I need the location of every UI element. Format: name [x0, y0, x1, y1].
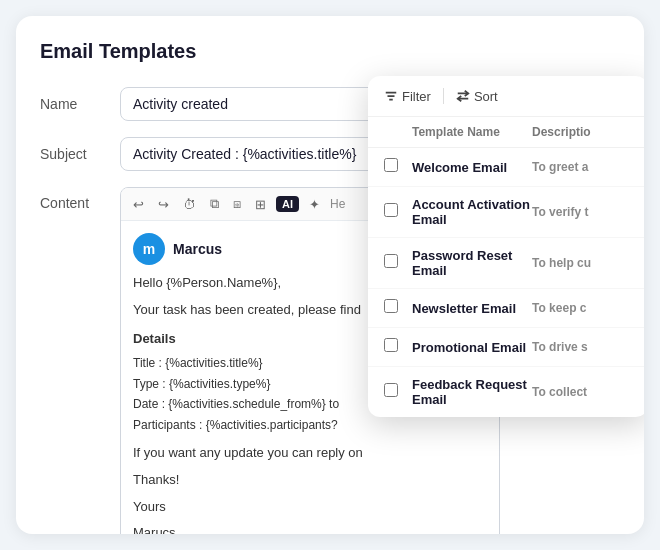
table-header: Template Name Descriptio: [368, 117, 644, 148]
row-template-name-4: Promotional Email: [412, 340, 532, 355]
editor-update: If you want any update you can reply on: [133, 443, 487, 464]
detail-participants: Participants : {%activities.participants…: [133, 415, 487, 435]
table-row[interactable]: Promotional Email To drive s: [368, 328, 644, 367]
ai-button[interactable]: AI: [276, 196, 299, 212]
he-label: He: [330, 197, 345, 211]
magic-button[interactable]: ✦: [305, 195, 324, 214]
editor-thanks: Thanks!: [133, 470, 487, 491]
table-row[interactable]: Newsletter Email To keep c: [368, 289, 644, 328]
avatar: m: [133, 233, 165, 265]
page-title: Email Templates: [40, 40, 620, 63]
panel-actions: Filter Sort: [384, 88, 498, 104]
row-template-name-3: Newsletter Email: [412, 301, 532, 316]
template-list: Welcome Email To greet a Account Activat…: [368, 148, 644, 417]
row-checkbox-4[interactable]: [384, 338, 412, 356]
format-button[interactable]: ⊞: [251, 195, 270, 214]
avatar-name: Marcus: [173, 238, 222, 260]
row-description-3: To keep c: [532, 301, 632, 315]
row-checkbox-5[interactable]: [384, 383, 412, 401]
filter-icon: [384, 89, 398, 103]
row-checkbox-2[interactable]: [384, 254, 412, 272]
row-description-0: To greet a: [532, 160, 632, 174]
divider: [443, 88, 444, 104]
row-template-name-1: Account Activation Email: [412, 197, 532, 227]
row-template-name-2: Password Reset Email: [412, 248, 532, 278]
row-description-2: To help cu: [532, 256, 632, 270]
editor-name: Marucs: [133, 523, 487, 534]
row-template-name-5: Feedback Request Email: [412, 377, 532, 407]
sort-button[interactable]: Sort: [456, 88, 498, 104]
overlay-panel: Filter Sort Template Name Descriptio: [368, 76, 644, 417]
row-description-4: To drive s: [532, 340, 632, 354]
subject-label: Subject: [40, 146, 120, 162]
table-row[interactable]: Welcome Email To greet a: [368, 148, 644, 187]
main-container: Email Templates Name Subject Content ↩ ↪…: [16, 16, 644, 534]
redo-button[interactable]: ↪: [154, 195, 173, 214]
row-checkbox-3[interactable]: [384, 299, 412, 317]
filter-button[interactable]: Filter: [384, 88, 431, 104]
description-header: Descriptio: [532, 125, 632, 139]
table-row[interactable]: Feedback Request Email To collect: [368, 367, 644, 417]
row-checkbox-1[interactable]: [384, 203, 412, 221]
row-description-5: To collect: [532, 385, 632, 399]
row-template-name-0: Welcome Email: [412, 160, 532, 175]
paste-button[interactable]: ⧆: [229, 194, 245, 214]
table-row[interactable]: Account Activation Email To verify t: [368, 187, 644, 238]
content-label: Content: [40, 187, 120, 211]
undo-button[interactable]: ↩: [129, 195, 148, 214]
history-button[interactable]: ⏱: [179, 195, 200, 214]
editor-yours: Yours: [133, 497, 487, 518]
panel-header: Filter Sort: [368, 76, 644, 117]
row-checkbox-0[interactable]: [384, 158, 412, 176]
name-label: Name: [40, 96, 120, 112]
template-name-header: Template Name: [412, 125, 532, 139]
copy-button[interactable]: ⧉: [206, 194, 223, 214]
row-description-1: To verify t: [532, 205, 632, 219]
sort-icon: [456, 89, 470, 103]
table-row[interactable]: Password Reset Email To help cu: [368, 238, 644, 289]
